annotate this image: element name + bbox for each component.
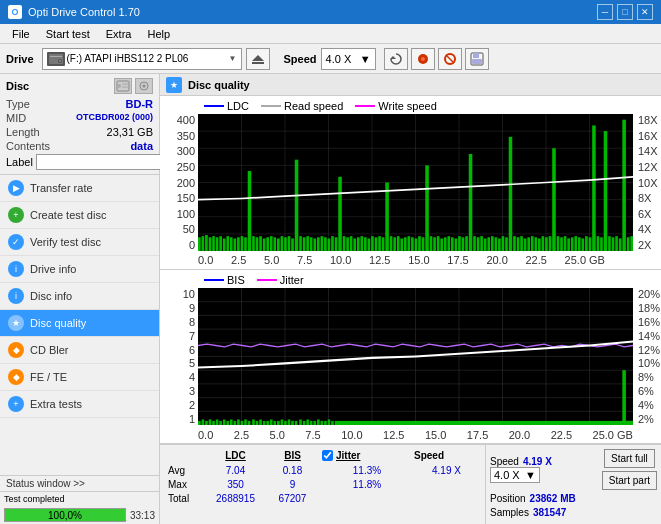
- legend-ldc-color: [204, 105, 224, 107]
- ldc-x-labels: 0.0 2.5 5.0 7.5 10.0 12.5 15.0 17.5 20.0…: [198, 253, 633, 267]
- legend-ldc-label: LDC: [227, 100, 249, 112]
- svg-rect-97: [408, 236, 411, 251]
- menu-help[interactable]: Help: [139, 26, 178, 42]
- svg-rect-122: [498, 238, 501, 251]
- menu-file[interactable]: File: [4, 26, 38, 42]
- bis-y-right: 20% 18% 16% 14% 12% 10% 8% 6% 4% 2%: [635, 288, 661, 425]
- svg-rect-189: [237, 420, 240, 425]
- svg-rect-1: [50, 56, 62, 57]
- svg-rect-44: [216, 237, 219, 251]
- speed-header-container: Speed: [414, 449, 479, 462]
- disc-scan-icon[interactable]: [135, 78, 153, 94]
- svg-rect-74: [324, 237, 327, 251]
- svg-rect-62: [281, 236, 284, 251]
- svg-rect-218: [627, 421, 630, 425]
- nav-create-test-disc[interactable]: + Create test disc: [0, 202, 159, 229]
- erase-button[interactable]: [438, 48, 462, 70]
- svg-rect-192: [248, 421, 251, 425]
- drive-toolbar: Drive (F:) ATAPI iHBS112 2 PL06 ▼ Speed …: [0, 44, 661, 74]
- nav-verify-icon: ✓: [8, 234, 24, 250]
- legend-write-speed: Write speed: [355, 100, 437, 112]
- svg-rect-212: [321, 421, 324, 425]
- titlebar-buttons: ─ □ ✕: [597, 4, 653, 20]
- stats-avg-ldc: 7.04: [208, 464, 263, 477]
- svg-rect-60: [273, 237, 276, 251]
- speed-dropdown-value: 4.0 X: [494, 469, 520, 481]
- nav-fe-te-label: FE / TE: [30, 371, 67, 383]
- nav-fe-te[interactable]: ◆ FE / TE: [0, 364, 159, 391]
- titlebar-left: O Opti Drive Control 1.70: [8, 5, 140, 19]
- svg-rect-94: [397, 236, 400, 251]
- refresh-button[interactable]: [384, 48, 408, 70]
- menu-start-test[interactable]: Start test: [38, 26, 98, 42]
- status-window-button[interactable]: Status window >>: [0, 476, 159, 492]
- disc-label-input[interactable]: [36, 154, 180, 170]
- stats-right-panel: Speed 4.19 X 4.0 X ▼ Start full Start p: [485, 445, 661, 524]
- maximize-button[interactable]: □: [617, 4, 633, 20]
- record-button[interactable]: [411, 48, 435, 70]
- speed-dropdown-arrow: ▼: [525, 469, 536, 481]
- disc-header-icons: [114, 78, 153, 94]
- disc-panel: Disc Type BD-R MID OTCBDR002 (000): [0, 74, 159, 175]
- jitter-checkbox[interactable]: [322, 450, 333, 461]
- svg-rect-119: [487, 237, 490, 251]
- speed-dropdown[interactable]: 4.0 X ▼: [490, 467, 540, 483]
- svg-rect-180: [205, 421, 208, 425]
- svg-rect-61: [277, 238, 280, 251]
- svg-rect-78: [338, 177, 342, 251]
- svg-rect-103: [430, 236, 433, 251]
- svg-rect-12: [473, 53, 479, 58]
- svg-rect-104: [433, 237, 436, 251]
- sidebar: Disc Type BD-R MID OTCBDR002 (000): [0, 74, 160, 524]
- legend-jitter-label: Jitter: [280, 274, 304, 286]
- bis-chart-svg: [198, 288, 633, 425]
- speed-select[interactable]: 4.0 X ▼: [321, 48, 376, 70]
- svg-rect-85: [364, 237, 367, 251]
- svg-rect-151: [604, 131, 608, 251]
- ldc-chart: LDC Read speed Write speed 400 350 300: [160, 96, 661, 270]
- main-area: Disc Type BD-R MID OTCBDR002 (000): [0, 74, 661, 524]
- svg-rect-115: [473, 236, 476, 251]
- legend-bis-color: [204, 279, 224, 281]
- drive-select[interactable]: (F:) ATAPI iHBS112 2 PL06 ▼: [42, 48, 242, 70]
- disc-info-icon[interactable]: [114, 78, 132, 94]
- nav-cd-bler[interactable]: ◆ CD Bler: [0, 337, 159, 364]
- svg-rect-51: [241, 236, 244, 251]
- stats-total-label: Total: [166, 492, 206, 505]
- svg-rect-102: [425, 165, 429, 251]
- start-full-button[interactable]: Start full: [604, 449, 655, 468]
- svg-rect-124: [505, 237, 508, 251]
- svg-rect-133: [538, 238, 541, 251]
- svg-rect-117: [480, 236, 483, 251]
- eject-button[interactable]: [246, 48, 270, 70]
- menu-extra[interactable]: Extra: [98, 26, 140, 42]
- save-button[interactable]: [465, 48, 489, 70]
- menubar: File Start test Extra Help: [0, 24, 661, 44]
- legend-write-speed-color: [355, 105, 375, 107]
- minimize-button[interactable]: ─: [597, 4, 613, 20]
- svg-rect-95: [400, 238, 403, 251]
- svg-rect-197: [266, 421, 269, 425]
- svg-rect-92: [390, 236, 393, 251]
- disc-contents-field: Contents data: [6, 140, 153, 152]
- nav-disc-info[interactable]: i Disc info: [0, 283, 159, 310]
- svg-rect-77: [335, 237, 338, 251]
- svg-rect-210: [313, 421, 316, 425]
- nav-drive-info[interactable]: i Drive info: [0, 256, 159, 283]
- nav-verify-test-disc[interactable]: ✓ Verify test disc: [0, 229, 159, 256]
- stats-total-bis: 67207: [265, 492, 320, 505]
- nav-disc-quality-icon: ★: [8, 315, 24, 331]
- nav-extra-tests[interactable]: + Extra tests: [0, 391, 159, 418]
- nav-drive-info-icon: i: [8, 261, 24, 277]
- nav-transfer-rate[interactable]: ▶ Transfer rate: [0, 175, 159, 202]
- svg-rect-100: [418, 236, 421, 251]
- svg-rect-125: [509, 137, 513, 251]
- position-row: Position 23862 MB: [490, 493, 657, 504]
- svg-rect-203: [288, 420, 291, 425]
- svg-rect-39: [198, 237, 201, 251]
- nav-disc-quality[interactable]: ★ Disc quality: [0, 310, 159, 337]
- start-part-button[interactable]: Start part: [602, 471, 657, 490]
- ldc-chart-svg: [198, 114, 633, 251]
- close-button[interactable]: ✕: [637, 4, 653, 20]
- svg-rect-134: [542, 236, 545, 251]
